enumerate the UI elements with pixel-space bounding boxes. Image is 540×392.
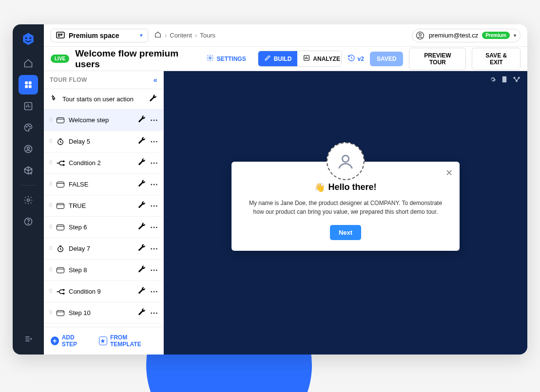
crumb-tours[interactable]: Tours	[200, 32, 215, 39]
drag-handle-icon[interactable]: ⠿	[49, 181, 52, 187]
svg-point-11	[27, 147, 30, 149]
collapse-icon[interactable]: «	[154, 76, 157, 84]
drag-handle-icon[interactable]: ⠿	[49, 245, 52, 252]
user-menu[interactable]: premium@test.cz Premium ▾	[412, 29, 521, 42]
step-row[interactable]: ⠿Condition 9⋯	[44, 281, 163, 302]
step-type-icon	[56, 245, 65, 253]
nav-user[interactable]	[19, 139, 38, 159]
step-label: Condition 2	[69, 159, 134, 167]
live-badge: LIVE	[51, 55, 69, 63]
pointer-icon	[50, 94, 58, 104]
app-logo	[19, 30, 37, 48]
step-row[interactable]: ⠿Welcome step⋯	[44, 110, 163, 131]
add-step-button[interactable]: + ADD STEP	[48, 332, 92, 350]
svg-point-30	[518, 77, 520, 78]
build-tab[interactable]: BUILD	[258, 51, 298, 66]
top-bar: Premium space ▾ › Content › Tours premiu…	[44, 24, 527, 47]
canvas-device-icon[interactable]	[502, 76, 507, 84]
step-row[interactable]: ⠿FALSE⋯	[44, 174, 163, 195]
svg-point-9	[30, 127, 31, 128]
analyze-tab[interactable]: ANALYZE	[297, 51, 341, 66]
next-button[interactable]: Next	[330, 225, 361, 240]
popup-body: My name is Jane Doe, the product designe…	[244, 199, 447, 216]
saved-indicator: SAVED	[370, 52, 403, 66]
close-icon[interactable]: ✕	[445, 168, 453, 178]
save-exit-button[interactable]: SAVE & EXIT	[472, 48, 521, 70]
nav-grid[interactable]	[19, 75, 38, 94]
from-template-button[interactable]: ★ FROM TEMPLATE	[96, 332, 159, 350]
svg-point-16	[58, 34, 60, 35]
wrench-icon[interactable]	[137, 179, 146, 189]
version-picker[interactable]: v2	[347, 54, 364, 63]
nav-help[interactable]	[19, 212, 38, 231]
wrench-icon[interactable]	[137, 222, 146, 232]
wrench-icon[interactable]	[137, 308, 146, 318]
wrench-icon[interactable]	[137, 136, 146, 147]
nav-settings[interactable]	[19, 190, 38, 210]
drag-handle-icon[interactable]: ⠿	[49, 117, 52, 123]
page-title: Welcome flow premium users	[75, 48, 198, 70]
svg-point-20	[209, 57, 211, 59]
step-label: Delay 7	[69, 245, 134, 252]
wrench-icon[interactable]	[137, 265, 146, 275]
wrench-icon[interactable]	[149, 94, 157, 104]
wrench-icon[interactable]	[137, 158, 146, 168]
step-type-icon	[56, 224, 65, 230]
nav-expand[interactable]	[19, 329, 38, 349]
drag-handle-icon[interactable]: ⠿	[49, 160, 52, 166]
svg-point-29	[514, 77, 515, 78]
drag-handle-icon[interactable]: ⠿	[49, 288, 52, 295]
canvas-layout-icon[interactable]	[513, 76, 521, 84]
flow-footer: + ADD STEP ★ FROM TEMPLATE	[44, 327, 163, 355]
svg-point-12	[27, 199, 30, 202]
step-label: FALSE	[69, 181, 134, 188]
drag-handle-icon[interactable]: ⠿	[49, 138, 52, 145]
wrench-icon[interactable]	[137, 243, 146, 254]
space-picker[interactable]: Premium space ▾	[51, 29, 148, 42]
nav-analytics[interactable]	[19, 96, 38, 116]
crumb-content[interactable]: Content	[170, 32, 192, 39]
space-icon	[56, 32, 65, 39]
step-row[interactable]: ⠿Delay 7⋯	[44, 238, 163, 260]
canvas-gear-icon[interactable]	[489, 76, 496, 84]
step-row[interactable]: ⠿Step 8⋯	[44, 260, 163, 281]
nav-palette[interactable]	[19, 118, 38, 137]
svg-point-27	[63, 293, 64, 294]
space-label: Premium space	[69, 32, 136, 39]
settings-button[interactable]: SETTINGS	[206, 54, 246, 63]
svg-point-1	[29, 37, 31, 39]
nav-home[interactable]	[19, 54, 38, 73]
home-icon[interactable]	[154, 31, 162, 40]
breadcrumb: › Content › Tours	[154, 31, 215, 40]
svg-point-24	[63, 164, 64, 165]
wrench-icon[interactable]	[137, 201, 146, 211]
drag-handle-icon[interactable]: ⠿	[49, 224, 52, 230]
flow-start-row[interactable]: Tour starts on user action	[44, 89, 163, 110]
svg-point-17	[61, 34, 62, 35]
drag-handle-icon[interactable]: ⠿	[49, 203, 52, 209]
svg-point-19	[419, 33, 422, 36]
step-label: Condition 9	[69, 288, 134, 295]
drag-handle-icon[interactable]: ⠿	[49, 267, 52, 273]
flow-panel: TOUR FLOW « Tour starts on user action ⠿…	[44, 71, 164, 355]
step-row[interactable]: ⠿TRUE⋯	[44, 195, 163, 217]
nav-cube[interactable]	[19, 161, 38, 180]
svg-rect-28	[502, 76, 506, 83]
avatar-placeholder[interactable]	[327, 142, 365, 180]
svg-rect-2	[25, 81, 28, 84]
wrench-icon[interactable]	[137, 286, 146, 297]
step-label: Step 8	[69, 266, 134, 274]
step-row[interactable]: ⠿Step 10⋯	[44, 302, 163, 324]
drag-handle-icon[interactable]: ⠿	[49, 310, 52, 316]
step-type-icon	[56, 310, 65, 316]
preview-button[interactable]: PREVIEW TOUR	[409, 48, 466, 70]
step-label: Step 10	[69, 309, 134, 317]
step-row[interactable]: ⠿Condition 2⋯	[44, 152, 163, 174]
step-row[interactable]: ⠿Step 6⋯	[44, 217, 163, 238]
step-row[interactable]: ⠿Delay 5⋯	[44, 131, 163, 152]
star-icon: ★	[99, 336, 107, 345]
svg-rect-3	[29, 81, 32, 84]
wrench-icon[interactable]	[137, 115, 146, 125]
caret-down-icon: ▾	[140, 32, 143, 38]
step-label: Welcome step	[69, 116, 134, 124]
